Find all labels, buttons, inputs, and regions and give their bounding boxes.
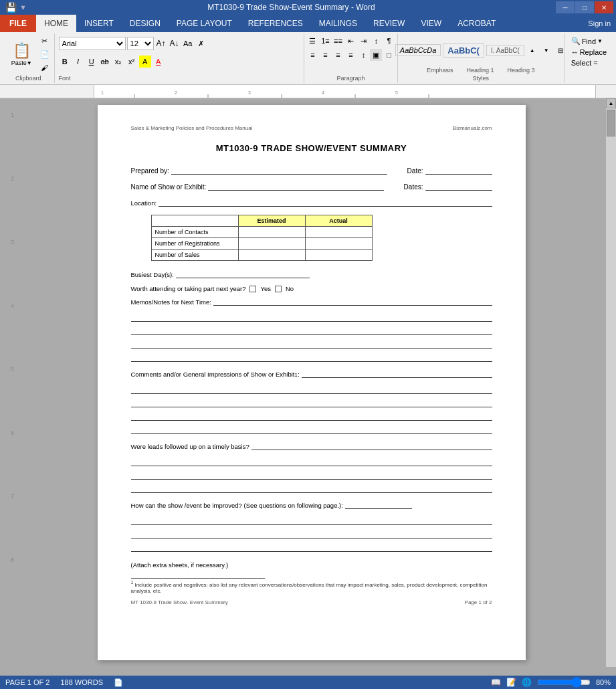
- tab-page-layout[interactable]: PAGE LAYOUT: [169, 15, 240, 32]
- comments-line-4[interactable]: [131, 425, 492, 434]
- paragraph-group: ☰ 1≡ ≡≡ ⇤ ⇥ ↕ ¶ ≡ ≡ ≡ ≡ ↕ ▣ □ Paragraph: [304, 33, 398, 83]
- contacts-label: Number of Contacts: [151, 227, 238, 238]
- editing-group: 🔍 Find ▼ ↔ Replace Select = Editing: [564, 33, 613, 83]
- grow-font-btn[interactable]: A↑: [155, 37, 167, 50]
- minimize-btn[interactable]: ─: [556, 1, 575, 13]
- contacts-actual[interactable]: [305, 227, 372, 238]
- busiest-days-row: Busiest Day(s):: [131, 269, 492, 278]
- format-painter-button[interactable]: 🖌: [39, 62, 51, 74]
- prepared-by-field[interactable]: [171, 165, 387, 175]
- select-btn[interactable]: Select =: [569, 58, 609, 68]
- registrations-estimated[interactable]: [238, 238, 305, 250]
- improve-field[interactable]: [345, 500, 412, 509]
- style-heading3[interactable]: I. AaBbC(: [486, 45, 524, 56]
- italic-btn[interactable]: I: [72, 56, 84, 68]
- registrations-actual[interactable]: [305, 238, 372, 250]
- tab-review[interactable]: REVIEW: [365, 15, 413, 32]
- contacts-estimated[interactable]: [238, 227, 305, 238]
- bullets-btn[interactable]: ☰: [306, 35, 318, 47]
- styles-scroll-up[interactable]: ▲: [526, 44, 538, 56]
- location-field[interactable]: [159, 197, 492, 207]
- memo-line-1[interactable]: [131, 312, 492, 322]
- decrease-indent-btn[interactable]: ⇤: [344, 35, 356, 47]
- date-field[interactable]: [425, 165, 492, 175]
- memos-field[interactable]: [213, 296, 492, 306]
- subscript-btn[interactable]: x₂: [112, 56, 124, 68]
- tab-design[interactable]: DESIGN: [122, 15, 169, 32]
- copy-button[interactable]: 📄: [39, 48, 51, 60]
- tab-view[interactable]: VIEW: [413, 15, 449, 32]
- shrink-font-btn[interactable]: A↓: [169, 37, 181, 50]
- align-left-btn[interactable]: ≡: [306, 49, 318, 61]
- improve-line-3[interactable]: [131, 543, 492, 552]
- page-container: Sales & Marketing Policies and Procedure…: [17, 98, 606, 667]
- yes-checkbox[interactable]: [249, 286, 256, 292]
- busiest-days-field[interactable]: [176, 269, 310, 278]
- text-highlight-btn[interactable]: A: [139, 56, 151, 68]
- borders-btn[interactable]: □: [383, 49, 395, 61]
- superscript-btn[interactable]: x²: [126, 56, 138, 68]
- bold-btn[interactable]: B: [59, 56, 71, 68]
- comments-line-1[interactable]: [131, 385, 492, 394]
- tab-file[interactable]: FILE: [0, 15, 36, 32]
- multilevel-btn[interactable]: ≡≡: [332, 35, 344, 47]
- find-btn[interactable]: 🔍 Find ▼: [569, 36, 609, 46]
- memo-line-4[interactable]: [131, 353, 492, 362]
- memo-line-2[interactable]: [131, 326, 492, 335]
- leads-field[interactable]: [251, 441, 492, 450]
- font-color-btn[interactable]: A: [152, 56, 165, 68]
- tab-mailings[interactable]: MAILINGS: [311, 15, 365, 32]
- font-name-select[interactable]: Arial: [59, 37, 126, 50]
- sales-estimated[interactable]: [238, 250, 305, 261]
- tab-references[interactable]: REFERENCES: [240, 15, 311, 32]
- improve-line-1[interactable]: [131, 516, 492, 525]
- comments-field[interactable]: [302, 369, 492, 378]
- show-name-field[interactable]: [208, 181, 383, 191]
- style-heading1[interactable]: AaBbC(: [443, 43, 484, 58]
- line-spacing-btn[interactable]: ↕: [357, 49, 369, 61]
- sign-in-link[interactable]: Sign in: [583, 17, 616, 30]
- show-marks-btn[interactable]: ¶: [383, 35, 395, 47]
- maximize-btn[interactable]: □: [575, 1, 594, 13]
- paste-button[interactable]: 📋 Paste ▼: [6, 39, 37, 69]
- sales-actual[interactable]: [305, 250, 372, 261]
- justify-btn[interactable]: ≡: [344, 49, 356, 61]
- sort-btn[interactable]: ↕: [370, 35, 382, 47]
- scroll-up-btn[interactable]: ▲: [606, 98, 616, 108]
- dates-field[interactable]: [425, 181, 492, 191]
- no-checkbox[interactable]: [275, 286, 282, 292]
- tab-home[interactable]: HOME: [36, 15, 76, 32]
- font-size-select[interactable]: 12: [127, 37, 154, 50]
- leads-line-1[interactable]: [131, 457, 492, 466]
- comments-row: Comments and/or General Impressions of S…: [131, 369, 492, 378]
- replace-btn[interactable]: ↔ Replace: [569, 47, 609, 57]
- document-page[interactable]: Sales & Marketing Policies and Procedure…: [98, 105, 526, 660]
- tab-insert[interactable]: INSERT: [76, 15, 122, 32]
- improve-section: How can the show /event be improved? (Se…: [131, 500, 492, 552]
- cut-button[interactable]: ✂: [39, 35, 51, 47]
- memo-line-3[interactable]: [131, 339, 492, 349]
- scroll-thumb[interactable]: [607, 110, 615, 136]
- underline-btn[interactable]: U: [86, 56, 98, 68]
- numbering-btn[interactable]: 1≡: [319, 35, 331, 47]
- vertical-scrollbar[interactable]: ▲: [606, 98, 616, 667]
- shading-btn[interactable]: ▣: [370, 49, 382, 61]
- worth-attending-row: Worth attending or taking part next year…: [131, 285, 492, 292]
- comments-line-2[interactable]: [131, 398, 492, 407]
- tab-acrobat[interactable]: ACROBAT: [449, 15, 504, 32]
- leads-line-3[interactable]: [131, 484, 492, 493]
- strikethrough-btn[interactable]: ab: [99, 56, 111, 68]
- increase-indent-btn[interactable]: ⇥: [357, 35, 369, 47]
- change-case-btn[interactable]: Aa: [182, 37, 194, 50]
- styles-scroll-down[interactable]: ▼: [540, 44, 552, 56]
- improve-line-2[interactable]: [131, 529, 492, 538]
- style-emphasis[interactable]: AaBbCcDa: [395, 44, 441, 56]
- leads-line-2[interactable]: [131, 470, 492, 480]
- align-right-btn[interactable]: ≡: [332, 49, 344, 61]
- close-btn[interactable]: ✕: [595, 1, 613, 13]
- clear-format-btn[interactable]: ✗: [195, 37, 207, 50]
- align-center-btn[interactable]: ≡: [319, 49, 331, 61]
- footnote-num: 1: [131, 580, 134, 585]
- comments-line-3[interactable]: [131, 411, 492, 421]
- ruler-strip: 1 2 3 4 5: [94, 85, 596, 98]
